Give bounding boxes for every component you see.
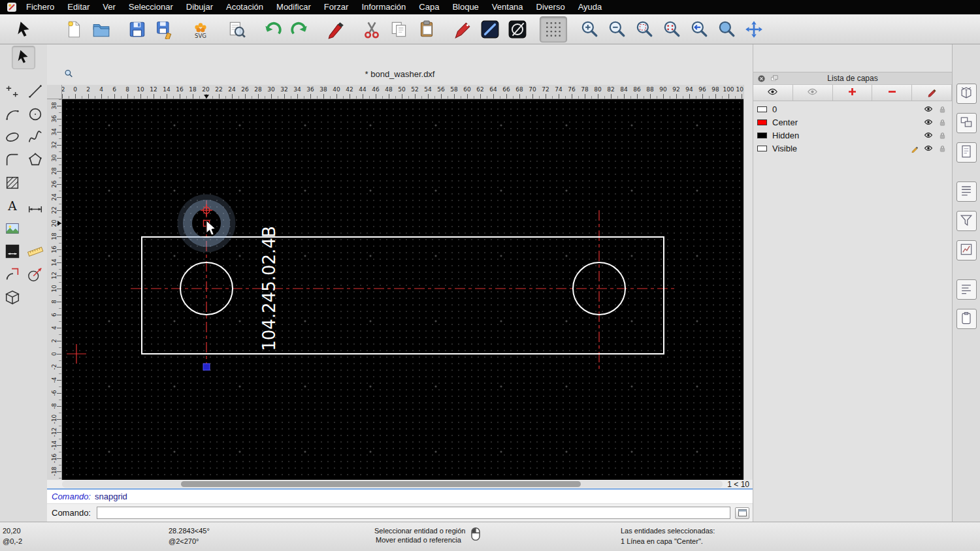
edit-layer-attributes-button[interactable]	[912, 85, 952, 101]
washer-entities[interactable]	[142, 237, 664, 354]
snap-grid-button[interactable]	[540, 16, 567, 42]
part-number-label[interactable]: 104.245.02.4B	[259, 226, 279, 351]
palette-spacer	[24, 172, 46, 195]
menu-item-ver[interactable]: Ver	[96, 0, 122, 14]
redo-button[interactable]	[286, 16, 314, 42]
layer-color-swatch	[757, 106, 767, 112]
layer-lock-icon[interactable]	[936, 131, 948, 140]
layer-visibility-eye-icon[interactable]	[923, 118, 934, 127]
dimension-tool-button[interactable]	[24, 195, 46, 217]
cut-button[interactable]	[358, 16, 385, 42]
dock-selection-filter-button[interactable]	[956, 211, 977, 231]
menu-item-acotacion[interactable]: Acotación	[220, 0, 270, 14]
layer-visibility-eye-icon[interactable]	[923, 131, 934, 140]
zoom-window-button[interactable]	[713, 16, 740, 42]
modify-tool-button[interactable]	[1, 264, 24, 286]
command-detach-button[interactable]	[735, 507, 749, 519]
layer-visibility-eye-icon[interactable]	[923, 104, 934, 114]
add-layer-button[interactable]	[833, 85, 873, 101]
dimension-style-tool-button[interactable]	[1, 241, 24, 263]
menu-item-diverso[interactable]: Diverso	[530, 0, 572, 14]
new-document-button[interactable]	[60, 16, 88, 42]
horizontal-scrollbar-thumb[interactable]	[181, 481, 581, 487]
text-tool-button[interactable]: A	[1, 195, 24, 217]
layer-lock-icon[interactable]	[936, 118, 948, 127]
panel-close-icon[interactable]	[756, 73, 766, 84]
panel-float-icon[interactable]	[769, 73, 779, 84]
points-tool-button[interactable]	[1, 81, 24, 103]
solid-tool-button[interactable]	[1, 287, 24, 309]
menu-item-dibujar[interactable]: Dibujar	[180, 0, 220, 14]
hide-all-layers-button[interactable]	[793, 85, 833, 101]
selection-tool-button[interactable]	[10, 16, 38, 42]
dock-block-list-button[interactable]	[956, 142, 977, 163]
layer-row-visible[interactable]: Visible	[753, 142, 952, 155]
command-input[interactable]	[97, 507, 730, 519]
measure-tool-button[interactable]	[24, 241, 46, 263]
undo-button[interactable]	[259, 16, 286, 42]
rulerI-icon	[27, 243, 44, 262]
layer-visibility-eye-icon[interactable]	[923, 144, 934, 153]
pan-button[interactable]	[740, 16, 768, 42]
layer-lock-icon[interactable]	[936, 105, 948, 114]
app-logo-icon[interactable]	[4, 2, 20, 12]
centerlines[interactable]	[67, 200, 678, 370]
dock-view-list-button[interactable]	[956, 181, 977, 202]
dock-property-editor-button[interactable]	[956, 84, 977, 104]
menu-item-informacion[interactable]: Información	[355, 0, 412, 14]
menu-item-ventana[interactable]: Ventana	[485, 0, 530, 14]
delete-entities-button[interactable]	[322, 16, 350, 42]
menu-item-ayuda[interactable]: Ayuda	[572, 0, 609, 14]
menu-item-editar[interactable]: Editar	[61, 0, 96, 14]
circle-tool-button[interactable]	[24, 104, 46, 126]
save-document-button[interactable]	[123, 16, 151, 42]
draw-circle-button[interactable]	[504, 16, 531, 42]
polygon-tool-button[interactable]	[24, 150, 46, 172]
menu-item-seleccionar[interactable]: Seleccionar	[122, 0, 180, 14]
save-document-as-button[interactable]	[151, 16, 178, 42]
washer-outline[interactable]	[142, 237, 664, 354]
layer-row-0[interactable]: 0	[753, 102, 952, 116]
zoom-in-button[interactable]	[576, 16, 603, 42]
layer-lock-icon[interactable]	[936, 144, 948, 153]
layer-row-center[interactable]: Center	[753, 116, 952, 129]
menu-item-capa[interactable]: Capa	[412, 0, 446, 14]
layer-row-hidden[interactable]: Hidden	[753, 129, 952, 142]
dock-command-line-button[interactable]	[956, 279, 977, 300]
zoom-selection-button[interactable]	[658, 16, 685, 42]
selection-tool-button[interactable]	[12, 46, 35, 69]
dock-library-browser-button[interactable]	[956, 240, 977, 260]
doc-new-icon	[64, 20, 84, 39]
export-svg-button[interactable]: SVG	[187, 16, 214, 42]
dock-layer-list-button[interactable]	[956, 113, 977, 133]
zoom-auto-button[interactable]	[630, 16, 658, 42]
zoom-previous-button[interactable]	[685, 16, 713, 42]
fillet-tool-button[interactable]	[1, 150, 24, 172]
horizontal-scrollbar[interactable]	[62, 480, 723, 488]
ruler-label: 50	[398, 86, 405, 93]
menu-item-bloque[interactable]: Bloque	[446, 0, 485, 14]
dock-clipboard-panel-button[interactable]	[956, 309, 977, 329]
print-preview-button[interactable]	[223, 16, 250, 42]
open-document-button[interactable]	[88, 16, 115, 42]
paste-button[interactable]	[413, 16, 440, 42]
entity-attributes-button[interactable]	[476, 16, 504, 42]
arc-tool-button[interactable]	[1, 104, 24, 126]
hatch-tool-button[interactable]	[1, 172, 24, 195]
ellipse-tool-button[interactable]	[1, 127, 24, 149]
draw-freehand-button[interactable]	[449, 16, 476, 42]
menu-item-fichero[interactable]: Fichero	[20, 0, 61, 14]
dimrad-icon	[27, 266, 44, 285]
menu-item-modificar[interactable]: Modificar	[270, 0, 318, 14]
spline-tool-button[interactable]	[24, 127, 46, 149]
copy-button[interactable]	[385, 16, 413, 42]
menu-item-forzar[interactable]: Forzar	[318, 0, 355, 14]
show-all-layers-button[interactable]	[753, 85, 793, 101]
selection-handle[interactable]	[203, 364, 210, 370]
drawing-canvas[interactable]: 104.245.02.4B	[62, 99, 743, 480]
image-tool-button[interactable]	[1, 218, 24, 240]
remove-layer-button[interactable]	[872, 85, 912, 101]
line-tool-button[interactable]	[24, 81, 46, 103]
zoom-out-button[interactable]	[603, 16, 630, 42]
radial-dimension-tool-button[interactable]	[24, 264, 46, 286]
